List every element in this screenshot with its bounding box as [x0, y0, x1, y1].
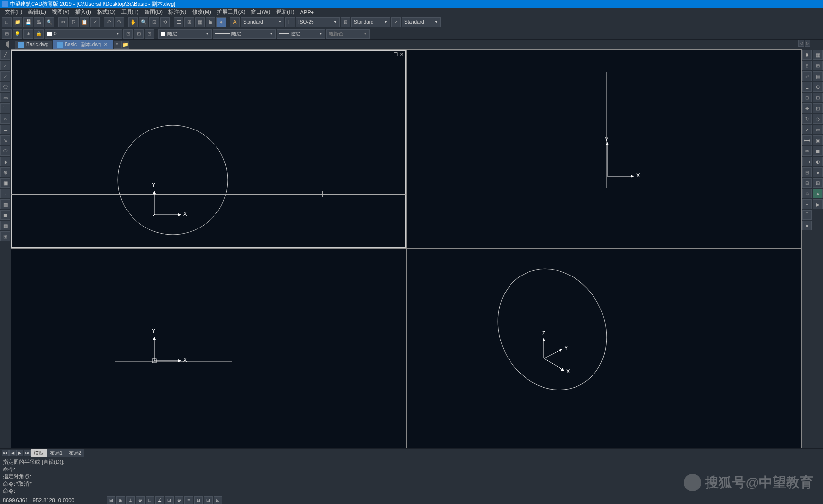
rotate-icon[interactable]: ↻	[802, 114, 812, 124]
line-icon[interactable]: ╱	[0, 50, 10, 60]
layer-freeze-icon[interactable]: ❄	[23, 29, 33, 39]
match-icon[interactable]: ✓	[90, 17, 100, 27]
named-views-icon[interactable]: ▤	[813, 71, 823, 81]
mleader-style-dropdown[interactable]: Standard▼	[402, 17, 441, 27]
zoom-prev-icon[interactable]: ⟲	[160, 17, 170, 27]
snap-icon[interactable]: ⊞	[107, 496, 115, 504]
cut-icon[interactable]: ✂	[58, 17, 68, 27]
dyn-icon[interactable]: ⊕	[175, 496, 183, 504]
vs-conceptual-icon[interactable]: ◐	[813, 157, 823, 166]
chamfer-icon[interactable]: ⌐	[802, 199, 812, 209]
zoom-icon[interactable]: 🔍	[139, 17, 148, 27]
copy-obj-icon[interactable]: ⎘	[802, 61, 812, 70]
explode-icon[interactable]: ✸	[802, 221, 812, 230]
paste-icon[interactable]: 📋	[80, 17, 89, 27]
menu-format[interactable]: 格式(O)	[94, 8, 118, 16]
polygon-icon[interactable]: ⬠	[0, 82, 10, 92]
close-icon[interactable]: ✕	[103, 42, 109, 47]
top-view-icon[interactable]: ⊡	[813, 93, 823, 102]
tab-first-icon[interactable]: ⏮	[2, 450, 9, 456]
stretch-icon[interactable]: ⟷	[802, 135, 812, 145]
menu-app[interactable]: APP+	[297, 9, 316, 15]
color-dropdown[interactable]: 随层▼	[158, 29, 212, 39]
insert-icon[interactable]: ⊕	[0, 167, 10, 177]
erase-icon[interactable]: ✖	[802, 50, 812, 60]
viewport-top-left[interactable]: X Y — ❐ ✕	[11, 49, 406, 249]
props-icon[interactable]: ☰	[174, 17, 183, 27]
plot-icon[interactable]: 🖶	[34, 17, 44, 27]
hatch-icon[interactable]: ▨	[0, 199, 10, 209]
redo-icon[interactable]: ↷	[115, 17, 124, 27]
menu-ext[interactable]: 扩展工具(X)	[214, 8, 248, 16]
viewport-bottom-right[interactable]: X Y Z	[406, 249, 802, 448]
rectangle-icon[interactable]: ▭	[0, 93, 10, 102]
layer-props-icon[interactable]: ⊟	[2, 29, 12, 39]
osnap-icon[interactable]: □	[146, 496, 154, 504]
copy-icon[interactable]: ⎘	[69, 17, 79, 27]
layout-tab-model[interactable]: 模型	[31, 449, 47, 457]
menu-edit[interactable]: 编辑(E)	[25, 8, 49, 16]
lineweight-dropdown[interactable]: 随层▼	[277, 29, 325, 39]
tab-scroll-left-icon[interactable]: ◁	[798, 40, 804, 47]
layout-tab-1[interactable]: 布局1	[47, 449, 66, 457]
grid-icon[interactable]: ⊞	[116, 496, 125, 504]
open-doc-icon[interactable]: 📁	[121, 41, 129, 49]
menu-help[interactable]: 帮助(H)	[273, 8, 297, 16]
plotstyle-dropdown[interactable]: 随颜色▼	[326, 29, 370, 39]
layer-lock-icon[interactable]: 🔒	[34, 29, 44, 39]
offset-icon[interactable]: ⊏	[802, 82, 812, 92]
menu-dim[interactable]: 标注(N)	[165, 8, 189, 16]
vs-2d-icon[interactable]: ▭	[813, 125, 823, 134]
polar-icon[interactable]: ⊕	[136, 496, 145, 504]
tool-palette-icon[interactable]: ▦	[195, 17, 205, 27]
extend-icon[interactable]: ⟶	[802, 157, 812, 166]
vs-wireframe-icon[interactable]: ⊞	[813, 178, 823, 188]
cmd-prompt[interactable]: 命令:	[3, 488, 820, 495]
layer-dropdown[interactable]: 0▼	[45, 29, 122, 39]
coordinates[interactable]: 8699.6361, -952.8128, 0.0000	[3, 497, 74, 503]
region-icon[interactable]: ▦	[0, 221, 10, 230]
dim-style-icon[interactable]: ⊢	[285, 17, 295, 27]
tab-last-icon[interactable]: ⏭	[24, 450, 31, 456]
otrack-icon[interactable]: ∠	[155, 496, 164, 504]
tabs-menu-icon[interactable]	[2, 41, 9, 48]
linetype-dropdown[interactable]: 随层▼	[213, 29, 276, 39]
new-doc-icon[interactable]: ＊	[114, 41, 121, 49]
qp-icon[interactable]: ⊡	[204, 496, 213, 504]
drawing-area[interactable]: X Y — ❐ ✕ X Y X Y	[11, 49, 802, 448]
menu-tools[interactable]: 工具(T)	[118, 8, 142, 16]
menu-insert[interactable]: 插入(I)	[72, 8, 94, 16]
layer-state-icon[interactable]: ⊡	[134, 29, 144, 39]
revcloud-icon[interactable]: ☁	[0, 125, 10, 134]
doc-tab-basic[interactable]: Basic.dwg	[15, 41, 52, 49]
point-icon[interactable]: ∙	[0, 189, 10, 198]
menu-view[interactable]: 视图(V)	[49, 8, 73, 16]
open-icon[interactable]: 📁	[13, 17, 22, 27]
dim-style-dropdown[interactable]: ISO-25▼	[296, 17, 340, 27]
trim-icon[interactable]: ✂	[802, 146, 812, 156]
ellipse-arc-icon[interactable]: ◗	[0, 157, 10, 166]
join-icon[interactable]: ⊕	[802, 189, 812, 198]
arc-icon[interactable]: ⌒	[0, 103, 10, 113]
zoom-win-icon[interactable]: ⊡	[149, 17, 159, 27]
save-icon[interactable]: 💾	[23, 17, 33, 27]
preview-icon[interactable]: 🔍	[45, 17, 54, 27]
model-icon[interactable]: ⊡	[194, 496, 203, 504]
xline-icon[interactable]: ⟋	[0, 61, 10, 70]
iso-view-icon[interactable]: ◇	[813, 114, 823, 124]
break-icon[interactable]: ⊟	[802, 167, 812, 177]
text-style-icon[interactable]: A	[230, 17, 240, 27]
ortho-icon[interactable]: ⊥	[126, 496, 135, 504]
break2-icon[interactable]: ⊟	[802, 178, 812, 188]
tab-next-icon[interactable]: ▶	[16, 450, 23, 456]
table-icon[interactable]: ⊞	[0, 231, 10, 241]
text-style-dropdown[interactable]: Standard▼	[241, 17, 284, 27]
menu-draw[interactable]: 绘图(D)	[142, 8, 165, 16]
pline-icon[interactable]: ⟋	[0, 71, 10, 81]
minimize-icon[interactable]: —	[387, 52, 392, 57]
pan-icon[interactable]: ✋	[128, 17, 138, 27]
vs-hidden-icon[interactable]: ▣	[813, 135, 823, 145]
fillet-icon[interactable]: ⌒	[802, 210, 812, 220]
table-style-icon[interactable]: ⊞	[341, 17, 350, 27]
vs-realistic-icon[interactable]: ◼	[813, 146, 823, 156]
